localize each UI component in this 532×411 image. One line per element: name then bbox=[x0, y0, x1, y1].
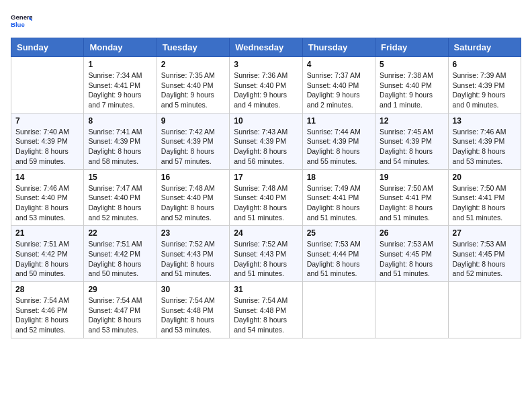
day-number: 7 bbox=[15, 116, 79, 126]
calendar-cell: 24Sunrise: 7:52 AMSunset: 4:43 PMDayligh… bbox=[230, 226, 302, 282]
calendar-table: SundayMondayTuesdayWednesdayThursdayFrid… bbox=[11, 38, 521, 338]
day-number: 17 bbox=[234, 173, 298, 182]
calendar-cell: 21Sunrise: 7:51 AMSunset: 4:42 PMDayligh… bbox=[11, 226, 84, 282]
week-row-5: 28Sunrise: 7:54 AMSunset: 4:46 PMDayligh… bbox=[11, 282, 521, 338]
day-number: 19 bbox=[380, 173, 443, 182]
calendar-cell: 9Sunrise: 7:42 AMSunset: 4:39 PMDaylight… bbox=[157, 113, 229, 169]
calendar-cell: 4Sunrise: 7:37 AMSunset: 4:40 PMDaylight… bbox=[302, 57, 375, 113]
day-info: Sunrise: 7:40 AMSunset: 4:39 PMDaylight:… bbox=[15, 127, 79, 167]
calendar-cell: 1Sunrise: 7:34 AMSunset: 4:41 PMDaylight… bbox=[84, 57, 157, 113]
calendar-cell: 8Sunrise: 7:41 AMSunset: 4:39 PMDaylight… bbox=[84, 113, 157, 169]
day-number: 18 bbox=[307, 173, 371, 182]
calendar-cell: 25Sunrise: 7:53 AMSunset: 4:44 PMDayligh… bbox=[302, 226, 375, 282]
calendar-cell: 10Sunrise: 7:43 AMSunset: 4:39 PMDayligh… bbox=[230, 113, 302, 169]
day-number: 5 bbox=[380, 60, 443, 69]
svg-text:Blue: Blue bbox=[11, 21, 25, 28]
day-info: Sunrise: 7:38 AMSunset: 4:40 PMDaylight:… bbox=[380, 71, 443, 110]
day-info: Sunrise: 7:41 AMSunset: 4:39 PMDaylight:… bbox=[88, 127, 152, 167]
day-number: 11 bbox=[307, 116, 371, 126]
calendar-cell: 5Sunrise: 7:38 AMSunset: 4:40 PMDaylight… bbox=[375, 57, 448, 113]
calendar-cell: 23Sunrise: 7:52 AMSunset: 4:43 PMDayligh… bbox=[157, 226, 229, 282]
calendar-cell: 29Sunrise: 7:54 AMSunset: 4:47 PMDayligh… bbox=[84, 282, 157, 338]
weekday-header-tuesday: Tuesday bbox=[157, 38, 229, 57]
day-number: 28 bbox=[15, 285, 79, 294]
day-number: 6 bbox=[453, 60, 517, 69]
day-info: Sunrise: 7:54 AMSunset: 4:46 PMDaylight:… bbox=[15, 295, 79, 335]
day-number: 3 bbox=[234, 60, 298, 69]
day-info: Sunrise: 7:53 AMSunset: 4:44 PMDaylight:… bbox=[307, 239, 371, 279]
day-info: Sunrise: 7:52 AMSunset: 4:43 PMDaylight:… bbox=[234, 239, 298, 279]
weekday-header-sunday: Sunday bbox=[11, 38, 84, 57]
day-info: Sunrise: 7:49 AMSunset: 4:41 PMDaylight:… bbox=[307, 183, 371, 223]
calendar-cell: 18Sunrise: 7:49 AMSunset: 4:41 PMDayligh… bbox=[302, 169, 375, 226]
day-number: 21 bbox=[15, 228, 79, 238]
day-number: 24 bbox=[234, 228, 298, 238]
calendar-cell: 30Sunrise: 7:54 AMSunset: 4:48 PMDayligh… bbox=[157, 282, 229, 338]
weekday-header-friday: Friday bbox=[375, 38, 448, 57]
weekday-header-row: SundayMondayTuesdayWednesdayThursdayFrid… bbox=[11, 38, 521, 57]
day-number: 10 bbox=[234, 116, 298, 126]
calendar-cell bbox=[448, 282, 521, 338]
day-number: 25 bbox=[307, 228, 371, 238]
day-number: 31 bbox=[234, 285, 298, 294]
day-number: 4 bbox=[307, 60, 371, 69]
day-number: 2 bbox=[161, 60, 225, 69]
calendar-cell: 16Sunrise: 7:48 AMSunset: 4:40 PMDayligh… bbox=[157, 169, 229, 226]
day-info: Sunrise: 7:50 AMSunset: 4:41 PMDaylight:… bbox=[380, 183, 443, 223]
day-number: 15 bbox=[88, 173, 152, 182]
day-info: Sunrise: 7:50 AMSunset: 4:41 PMDaylight:… bbox=[453, 183, 517, 223]
day-info: Sunrise: 7:47 AMSunset: 4:40 PMDaylight:… bbox=[88, 183, 152, 223]
calendar-cell: 28Sunrise: 7:54 AMSunset: 4:46 PMDayligh… bbox=[11, 282, 84, 338]
calendar-cell: 19Sunrise: 7:50 AMSunset: 4:41 PMDayligh… bbox=[375, 169, 448, 226]
day-info: Sunrise: 7:43 AMSunset: 4:39 PMDaylight:… bbox=[234, 127, 298, 167]
day-info: Sunrise: 7:34 AMSunset: 4:41 PMDaylight:… bbox=[88, 71, 152, 110]
calendar-cell: 27Sunrise: 7:53 AMSunset: 4:45 PMDayligh… bbox=[448, 226, 521, 282]
calendar-cell: 20Sunrise: 7:50 AMSunset: 4:41 PMDayligh… bbox=[448, 169, 521, 226]
calendar-cell: 26Sunrise: 7:53 AMSunset: 4:45 PMDayligh… bbox=[375, 226, 448, 282]
day-number: 20 bbox=[453, 173, 517, 182]
day-info: Sunrise: 7:42 AMSunset: 4:39 PMDaylight:… bbox=[161, 127, 225, 167]
calendar-cell: 2Sunrise: 7:35 AMSunset: 4:40 PMDaylight… bbox=[157, 57, 229, 113]
day-info: Sunrise: 7:51 AMSunset: 4:42 PMDaylight:… bbox=[15, 239, 79, 279]
calendar-cell: 14Sunrise: 7:46 AMSunset: 4:40 PMDayligh… bbox=[11, 169, 84, 226]
day-info: Sunrise: 7:48 AMSunset: 4:40 PMDaylight:… bbox=[161, 183, 225, 223]
day-number: 14 bbox=[15, 173, 79, 182]
week-row-2: 7Sunrise: 7:40 AMSunset: 4:39 PMDaylight… bbox=[11, 113, 521, 169]
day-number: 27 bbox=[453, 228, 517, 238]
calendar-cell: 6Sunrise: 7:39 AMSunset: 4:39 PMDaylight… bbox=[448, 57, 521, 113]
day-number: 30 bbox=[161, 285, 225, 294]
day-number: 29 bbox=[88, 285, 152, 294]
week-row-3: 14Sunrise: 7:46 AMSunset: 4:40 PMDayligh… bbox=[11, 169, 521, 226]
day-number: 16 bbox=[161, 173, 225, 182]
calendar-cell bbox=[11, 57, 84, 113]
calendar-cell: 12Sunrise: 7:45 AMSunset: 4:39 PMDayligh… bbox=[375, 113, 448, 169]
day-number: 26 bbox=[380, 228, 443, 238]
day-info: Sunrise: 7:35 AMSunset: 4:40 PMDaylight:… bbox=[161, 71, 225, 110]
day-info: Sunrise: 7:53 AMSunset: 4:45 PMDaylight:… bbox=[453, 239, 517, 279]
day-info: Sunrise: 7:52 AMSunset: 4:43 PMDaylight:… bbox=[161, 239, 225, 279]
day-info: Sunrise: 7:39 AMSunset: 4:39 PMDaylight:… bbox=[453, 71, 517, 110]
day-info: Sunrise: 7:46 AMSunset: 4:39 PMDaylight:… bbox=[453, 127, 517, 167]
day-info: Sunrise: 7:37 AMSunset: 4:40 PMDaylight:… bbox=[307, 71, 371, 110]
day-number: 22 bbox=[88, 228, 152, 238]
calendar-cell: 22Sunrise: 7:51 AMSunset: 4:42 PMDayligh… bbox=[84, 226, 157, 282]
day-info: Sunrise: 7:54 AMSunset: 4:47 PMDaylight:… bbox=[88, 295, 152, 335]
day-info: Sunrise: 7:54 AMSunset: 4:48 PMDaylight:… bbox=[161, 295, 225, 335]
logo-icon: GeneralBlue bbox=[11, 11, 32, 32]
logo: GeneralBlue bbox=[11, 11, 32, 32]
day-info: Sunrise: 7:45 AMSunset: 4:39 PMDaylight:… bbox=[380, 127, 443, 167]
day-info: Sunrise: 7:46 AMSunset: 4:40 PMDaylight:… bbox=[15, 183, 79, 223]
weekday-header-wednesday: Wednesday bbox=[230, 38, 302, 57]
calendar-cell: 3Sunrise: 7:36 AMSunset: 4:40 PMDaylight… bbox=[230, 57, 302, 113]
calendar-cell: 7Sunrise: 7:40 AMSunset: 4:39 PMDaylight… bbox=[11, 113, 84, 169]
day-number: 8 bbox=[88, 116, 152, 126]
calendar-cell bbox=[375, 282, 448, 338]
day-info: Sunrise: 7:36 AMSunset: 4:40 PMDaylight:… bbox=[234, 71, 298, 110]
day-info: Sunrise: 7:51 AMSunset: 4:42 PMDaylight:… bbox=[88, 239, 152, 279]
week-row-1: 1Sunrise: 7:34 AMSunset: 4:41 PMDaylight… bbox=[11, 57, 521, 113]
weekday-header-thursday: Thursday bbox=[302, 38, 375, 57]
calendar-cell bbox=[302, 282, 375, 338]
weekday-header-monday: Monday bbox=[84, 38, 157, 57]
weekday-header-saturday: Saturday bbox=[448, 38, 521, 57]
calendar-cell: 13Sunrise: 7:46 AMSunset: 4:39 PMDayligh… bbox=[448, 113, 521, 169]
